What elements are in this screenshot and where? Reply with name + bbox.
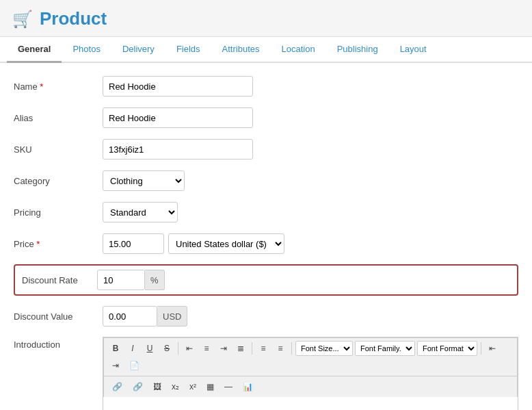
align-left-button[interactable]: ⇤ [182, 341, 197, 356]
tab-layout[interactable]: Layout [389, 37, 438, 63]
category-label: Category [14, 176, 103, 186]
page-title-text: Product [40, 8, 107, 29]
italic-button[interactable]: I [125, 341, 140, 356]
image-button[interactable]: 🖼 [149, 379, 165, 394]
category-row: Category Clothing [14, 170, 518, 192]
align-right-button[interactable]: ⇥ [216, 341, 231, 356]
category-select[interactable]: Clothing [103, 170, 185, 191]
tab-delivery[interactable]: Delivery [111, 37, 165, 63]
chart-button[interactable]: 📊 [239, 379, 257, 394]
content-area: Name Alias SKU Category Clothing Pricing… [0, 63, 532, 410]
discount-value-label: Discount Value [14, 311, 103, 322]
name-label: Name [14, 81, 103, 92]
align-center-button[interactable]: ≡ [199, 341, 214, 356]
tab-publishing[interactable]: Publishing [326, 37, 389, 63]
editor-wrapper: B I U S ⇤ ≡ ⇥ ≣ ≡ ≡ Font Size... [103, 337, 518, 410]
page-title: 🛒 Product [12, 8, 520, 29]
alias-input[interactable] [103, 107, 253, 128]
discount-value-input[interactable] [103, 306, 157, 326]
introduction-row: Introduction B I U S ⇤ ≡ ⇥ ≣ ≡ ≡ [14, 337, 518, 410]
introduction-editor: B I U S ⇤ ≡ ⇥ ≣ ≡ ≡ Font Size... [103, 337, 518, 410]
name-row: Name [14, 75, 518, 97]
page-header: 🛒 Product [0, 0, 532, 37]
align-left2-button[interactable]: ⇤ [485, 341, 500, 356]
tab-fields[interactable]: Fields [165, 37, 211, 63]
subscript-button[interactable]: x₂ [168, 379, 183, 394]
link-button[interactable]: 🔗 [108, 379, 127, 394]
discount-rate-row: Discount Rate % [14, 264, 518, 296]
introduction-textarea[interactable] [103, 397, 518, 410]
usd-badge: USD [157, 306, 187, 326]
discount-rate-input[interactable] [97, 270, 145, 290]
toolbar-sep3 [291, 342, 292, 355]
discount-rate-label: Discount Rate [22, 275, 97, 285]
source-button[interactable]: 📄 [125, 358, 144, 373]
tab-photos[interactable]: Photos [62, 37, 111, 63]
align-right2-button[interactable]: ⇥ [108, 358, 123, 373]
font-family-select[interactable]: Font Family. [355, 341, 415, 356]
sku-label: SKU [14, 144, 103, 155]
price-label: Price [14, 239, 103, 249]
discount-value-row: Discount Value USD [14, 305, 518, 327]
currency-select[interactable]: United States dollar ($) [168, 233, 284, 254]
percent-badge: % [145, 270, 165, 290]
editor-toolbar-row1: B I U S ⇤ ≡ ⇥ ≣ ≡ ≡ Font Size... [103, 337, 518, 376]
underline-button[interactable]: U [142, 341, 157, 356]
list-ul-button[interactable]: ≡ [273, 341, 288, 356]
alias-row: Alias [14, 107, 518, 129]
font-size-select[interactable]: Font Size... [295, 341, 353, 356]
hr-button[interactable]: — [220, 379, 237, 394]
price-row: Price United States dollar ($) [14, 233, 518, 255]
font-format-select[interactable]: Font Format [417, 341, 477, 356]
cart-icon: 🛒 [12, 10, 33, 29]
pricing-row: Pricing Standard [14, 201, 518, 223]
introduction-label: Introduction [14, 337, 103, 350]
name-input[interactable] [103, 76, 253, 97]
tabs-bar: General Photos Delivery Fields Attribute… [0, 37, 532, 63]
align-justify-button[interactable]: ≣ [233, 341, 248, 356]
table-button[interactable]: ▦ [202, 379, 218, 394]
tab-general[interactable]: General [7, 37, 62, 63]
alias-label: Alias [14, 113, 103, 123]
pricing-label: Pricing [14, 207, 103, 218]
editor-toolbar-row2: 🔗 🔗 🖼 x₂ x² ▦ — 📊 [103, 376, 518, 397]
sku-row: SKU [14, 138, 518, 160]
toolbar-sep1 [178, 342, 178, 355]
tab-attributes[interactable]: Attributes [211, 37, 271, 63]
pricing-select[interactable]: Standard [103, 202, 178, 222]
unlink-button[interactable]: 🔗 [129, 379, 147, 394]
superscript-button[interactable]: x² [185, 379, 200, 394]
toolbar-sep2 [252, 342, 252, 355]
tab-location[interactable]: Location [270, 37, 325, 63]
price-input[interactable] [103, 233, 164, 254]
toolbar-sep4 [481, 342, 481, 355]
strikethrough-button[interactable]: S [159, 341, 174, 356]
sku-input[interactable] [103, 139, 253, 159]
list-ol-button[interactable]: ≡ [256, 341, 271, 356]
bold-button[interactable]: B [108, 341, 123, 356]
